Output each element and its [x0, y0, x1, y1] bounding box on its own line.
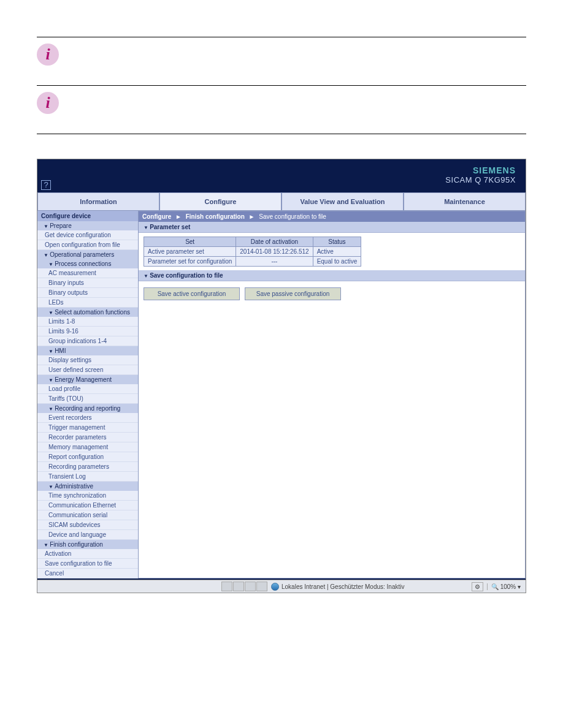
cell-date: 2014-01-08 15:12:26.512	[236, 247, 313, 257]
protected-mode-icon[interactable]: ⚙	[472, 582, 483, 591]
sidebar-sub-admin[interactable]: Administrative	[37, 482, 138, 491]
sidebar-sect-finish[interactable]: Finish configuration	[37, 540, 138, 549]
sidebar-sect-operational[interactable]: Operational parameters	[37, 250, 138, 259]
app-window: ? SIEMENS SICAM Q 7KG95X Information Con…	[37, 159, 526, 593]
breadcrumb-3: Save configuration to file	[259, 213, 326, 220]
sidebar-item-cancel[interactable]: Cancel	[37, 569, 138, 578]
save-active-button[interactable]: Save active configuration	[144, 287, 240, 300]
status-zone: Lokales Intranet | Geschützter Modus: In…	[282, 583, 404, 590]
tab-information[interactable]: Information	[37, 192, 159, 211]
sidebar-item-binout[interactable]: Binary outputs	[37, 288, 138, 298]
brand: SIEMENS SICAM Q 7KG95X	[445, 165, 516, 184]
table-row: Active parameter set 2014-01-08 15:12:26…	[144, 247, 361, 257]
statusbar: Lokales Intranet | Geschützter Modus: In…	[37, 580, 526, 593]
sidebar-item-ac[interactable]: AC measurement	[37, 268, 138, 278]
breadcrumb-2: Finish configuration	[186, 213, 245, 220]
paramset-table: Set Date of activation Status Active par…	[144, 237, 361, 267]
sidebar-item-leds[interactable]: LEDs	[37, 298, 138, 308]
status-seg	[245, 582, 256, 591]
sidebar-item-open-config[interactable]: Open configuration from file	[37, 240, 138, 250]
sidebar-item-transient[interactable]: Transient Log	[37, 472, 138, 482]
sidebar-sub-automation[interactable]: Select automation functions	[37, 308, 138, 317]
breadcrumb-1: Configure	[142, 213, 171, 220]
app-header: ? SIEMENS SICAM Q 7KG95X	[37, 159, 526, 192]
save-button-row: Save active configuration Save passive c…	[139, 281, 525, 306]
save-passive-button[interactable]: Save passive configuration	[245, 287, 341, 300]
sidebar-item-memory[interactable]: Memory management	[37, 442, 138, 452]
panel-body-paramset: Set Date of activation Status Active par…	[139, 233, 525, 270]
sidebar-item-savecfg[interactable]: Save configuration to file	[37, 559, 138, 569]
sidebar-sub-energy[interactable]: Energy Management	[37, 375, 138, 384]
sidebar-item-recparam[interactable]: Recorder parameters	[37, 433, 138, 442]
col-set: Set	[144, 237, 236, 247]
cell-date: ---	[236, 257, 313, 267]
sidebar-item-report[interactable]: Report configuration	[37, 452, 138, 462]
sidebar-item-limits18[interactable]: Limits 1-8	[37, 317, 138, 327]
sidebar-item-devlang[interactable]: Device and language	[37, 530, 138, 540]
sidebar-item-time[interactable]: Time synchronization	[37, 491, 138, 501]
sidebar-item-activation[interactable]: Activation	[37, 549, 138, 559]
sidebar-item-serial[interactable]: Communication serial	[37, 510, 138, 520]
info-icon: i	[37, 92, 59, 114]
zoom-level[interactable]: 🔍 100% ▾	[487, 583, 521, 590]
cell-set: Active parameter set	[144, 247, 236, 257]
sidebar-item-limits916[interactable]: Limits 9-16	[37, 327, 138, 336]
globe-icon	[271, 583, 279, 591]
sidebar-item-event[interactable]: Event recorders	[37, 413, 138, 423]
cell-set: Parameter set for configuration	[144, 257, 236, 267]
table-row: Parameter set for configuration --- Equa…	[144, 257, 361, 267]
sidebar-item-eth[interactable]: Communication Ethernet	[37, 501, 138, 510]
panel-head-saveconfig[interactable]: Save configuration to file	[139, 270, 525, 281]
sidebar-item-get-config[interactable]: Get device configuration	[37, 230, 138, 240]
cell-status: Equal to active	[313, 257, 361, 267]
help-icon[interactable]: ?	[41, 180, 51, 190]
status-seg	[221, 582, 232, 591]
status-seg	[256, 582, 267, 591]
sidebar-sub-process[interactable]: Process connections	[37, 259, 138, 268]
tab-value-view[interactable]: Value View and Evaluation	[282, 192, 404, 211]
brand-company: SIEMENS	[445, 165, 516, 175]
sidebar-item-binin[interactable]: Binary inputs	[37, 278, 138, 288]
status-seg	[233, 582, 244, 591]
sidebar-item-userscreen[interactable]: User defined screen	[37, 365, 138, 375]
cell-status: Active	[313, 247, 361, 257]
sidebar-sub-recording[interactable]: Recording and reporting	[37, 404, 138, 413]
sidebar-item-display[interactable]: Display settings	[37, 355, 138, 365]
info-icon: i	[37, 44, 59, 66]
breadcrumb: Configure ► Finish configuration ► Save …	[139, 211, 525, 222]
sidebar-sub-hmi[interactable]: HMI	[37, 346, 138, 355]
tab-maintenance[interactable]: Maintenance	[404, 192, 526, 211]
sidebar: Configure device Prepare Get device conf…	[37, 211, 138, 578]
sidebar-item-group[interactable]: Group indications 1-4	[37, 336, 138, 346]
col-status: Status	[313, 237, 361, 247]
sidebar-item-tariffs[interactable]: Tariffs (TOU)	[37, 394, 138, 404]
tab-configure[interactable]: Configure	[159, 192, 282, 211]
sidebar-item-subdev[interactable]: SICAM subdevices	[37, 520, 138, 530]
sidebar-title: Configure device	[37, 211, 138, 221]
sidebar-sect-prepare[interactable]: Prepare	[37, 221, 138, 230]
col-date: Date of activation	[236, 237, 313, 247]
sidebar-item-load[interactable]: Load profile	[37, 384, 138, 394]
sidebar-item-recording-param[interactable]: Recording parameters	[37, 462, 138, 472]
panel-head-paramset[interactable]: Parameter set	[139, 222, 525, 233]
content-area: Configure ► Finish configuration ► Save …	[138, 211, 526, 578]
tab-row: Information Configure Value View and Eva…	[37, 192, 526, 211]
brand-product: SICAM Q 7KG95X	[445, 175, 516, 184]
sidebar-item-trigger[interactable]: Trigger management	[37, 423, 138, 433]
